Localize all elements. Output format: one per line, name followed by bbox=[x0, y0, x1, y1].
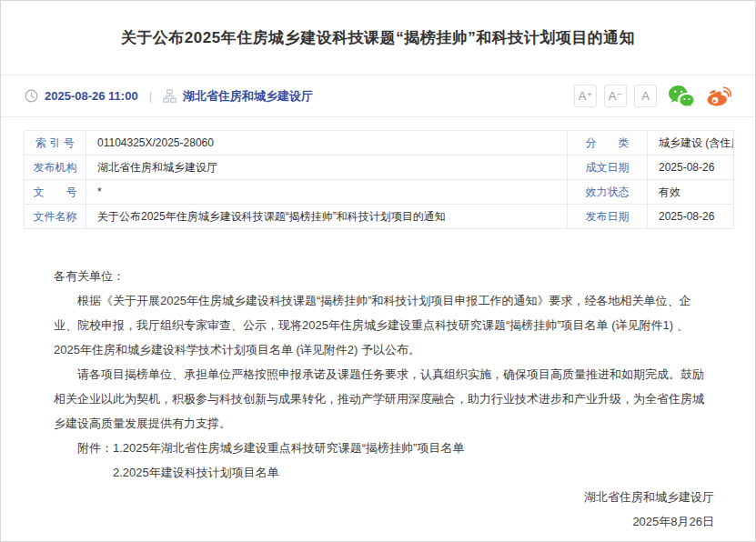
meta-right: A⁺ A⁻ A bbox=[567, 85, 731, 107]
publish-time: 2025-08-26 11:00 bbox=[45, 89, 138, 103]
meta-bar: 2025-08-26 11:00 | 湖北省住房和城乡建设厅 A⁺ A⁻ A bbox=[1, 75, 755, 117]
body-paragraph-2: 请各项目揭榜单位、承担单位严格按照申报承诺及课题任务要求，认真组织实施，确保项目… bbox=[54, 362, 714, 436]
attachment-line-1: 附件：1.2025年湖北省住房城乡建设重点科技研究课题“揭榜挂帅”项目名单 bbox=[54, 436, 714, 460]
table-row: 文 号 * 效力状态 有效 bbox=[25, 180, 734, 205]
publisher-value: 湖北省住房和城乡建设厅 bbox=[86, 156, 568, 180]
doc-number-value: * bbox=[86, 180, 568, 205]
body-paragraph-1: 根据《关于开展2025年住房城乡建设科技课题“揭榜挂帅”和科技计划项目申报工作的… bbox=[54, 288, 714, 362]
attachment-line-2: 2.2025年建设科技计划项目名单 bbox=[54, 460, 714, 485]
file-title-value: 关于公布2025年住房城乡建设科技课题“揭榜挂帅”和科技计划项目的通知 bbox=[86, 205, 568, 229]
weibo-share-icon[interactable] bbox=[705, 85, 731, 107]
validity-label: 效力状态 bbox=[568, 180, 648, 205]
font-smaller-button[interactable]: A⁻ bbox=[604, 85, 627, 107]
file-title-label: 文件名称 bbox=[25, 205, 86, 229]
category-label: 分 类 bbox=[568, 131, 648, 156]
index-number-label: 索 引 号 bbox=[25, 131, 86, 156]
validity-value: 有效 bbox=[648, 180, 734, 205]
index-number-value: 01104325X/2025-28060 bbox=[86, 131, 568, 156]
publisher-label: 发布机构 bbox=[25, 156, 86, 180]
font-larger-button[interactable]: A⁺ bbox=[574, 85, 597, 107]
doc-content: 各有关单位： 根据《关于开展2025年住房城乡建设科技课题“揭榜挂帅”和科技计划… bbox=[1, 229, 755, 534]
written-date-label: 成文日期 bbox=[568, 156, 648, 180]
font-reset-button[interactable]: A bbox=[634, 85, 657, 107]
meta-separator: | bbox=[149, 89, 152, 103]
table-row: 文件名称 关于公布2025年住房城乡建设科技课题“揭榜挂帅”和科技计划项目的通知… bbox=[25, 205, 734, 229]
table-row: 索 引 号 01104325X/2025-28060 分 类 城乡建设 (含住房… bbox=[25, 131, 734, 156]
doc-number-label: 文 号 bbox=[25, 180, 86, 205]
signature-date: 2025年8月26日 bbox=[54, 509, 714, 534]
doc-header: 关于公布2025年住房城乡建设科技课题“揭榜挂帅”和科技计划项目的通知 bbox=[1, 1, 755, 75]
signature: 湖北省住房和城乡建设厅 bbox=[54, 485, 714, 509]
category-value: 城乡建设 (含住房) bbox=[648, 131, 734, 156]
table-row: 发布机构 湖北省住房和城乡建设厅 成文日期 2025-08-26 bbox=[25, 156, 734, 180]
publish-date-label: 发布日期 bbox=[568, 205, 648, 229]
wechat-share-icon[interactable] bbox=[668, 85, 694, 107]
written-date-value: 2025-08-26 bbox=[648, 156, 734, 180]
clock-icon bbox=[25, 89, 38, 103]
source-icon bbox=[163, 89, 176, 103]
source-link[interactable]: 湖北省住房和城乡建设厅 bbox=[183, 88, 313, 105]
salutation: 各有关单位： bbox=[54, 264, 714, 288]
doc-info-table: 索 引 号 01104325X/2025-28060 分 类 城乡建设 (含住房… bbox=[24, 130, 734, 229]
meta-left: 2025-08-26 11:00 | 湖北省住房和城乡建设厅 bbox=[25, 88, 313, 105]
notice-page: { "header": { "title": "关于公布2025年住房城乡建设科… bbox=[0, 0, 756, 542]
page-title: 关于公布2025年住房城乡建设科技课题“揭榜挂帅”和科技计划项目的通知 bbox=[121, 27, 635, 48]
publish-date-value: 2025-08-26 bbox=[648, 205, 734, 229]
